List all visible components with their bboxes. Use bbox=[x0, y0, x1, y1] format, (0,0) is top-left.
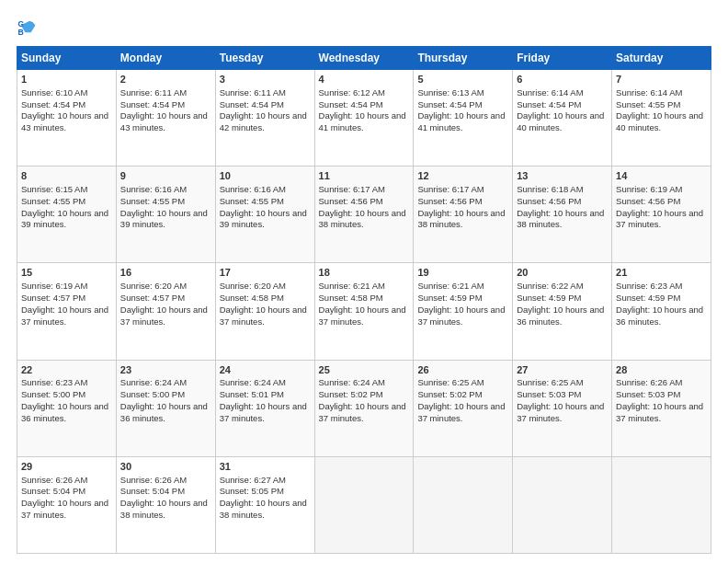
day-info: Sunrise: 6:21 AMSunset: 4:58 PMDaylight:… bbox=[319, 281, 406, 326]
calendar-cell: 10Sunrise: 6:16 AMSunset: 4:55 PMDayligh… bbox=[215, 167, 314, 263]
day-number: 3 bbox=[220, 73, 311, 86]
calendar-week-row: 29Sunrise: 6:26 AMSunset: 5:04 PMDayligh… bbox=[17, 456, 711, 553]
col-saturday: Saturday bbox=[612, 47, 711, 70]
calendar-cell: 21Sunrise: 6:23 AMSunset: 4:59 PMDayligh… bbox=[612, 263, 711, 360]
calendar-cell: 19Sunrise: 6:21 AMSunset: 4:59 PMDayligh… bbox=[414, 263, 513, 360]
calendar-cell: 9Sunrise: 6:16 AMSunset: 4:55 PMDaylight… bbox=[116, 167, 215, 263]
calendar-cell bbox=[513, 456, 612, 553]
svg-text:B: B bbox=[18, 28, 24, 37]
header: G B bbox=[17, 17, 711, 37]
day-info: Sunrise: 6:26 AMSunset: 5:04 PMDaylight:… bbox=[120, 475, 208, 520]
day-info: Sunrise: 6:20 AMSunset: 4:58 PMDaylight:… bbox=[220, 281, 307, 326]
day-number: 9 bbox=[120, 169, 211, 183]
day-number: 21 bbox=[616, 266, 707, 280]
day-info: Sunrise: 6:13 AMSunset: 4:54 PMDaylight:… bbox=[417, 87, 505, 132]
day-number: 7 bbox=[616, 73, 707, 86]
calendar-cell: 1Sunrise: 6:10 AMSunset: 4:54 PMDaylight… bbox=[17, 70, 117, 167]
calendar-cell bbox=[612, 456, 711, 553]
calendar-cell: 12Sunrise: 6:17 AMSunset: 4:56 PMDayligh… bbox=[414, 167, 513, 263]
calendar-cell: 13Sunrise: 6:18 AMSunset: 4:56 PMDayligh… bbox=[513, 167, 612, 263]
day-number: 14 bbox=[616, 169, 707, 183]
calendar-cell bbox=[414, 456, 513, 553]
day-info: Sunrise: 6:22 AMSunset: 4:59 PMDaylight:… bbox=[517, 281, 604, 326]
calendar-cell: 6Sunrise: 6:14 AMSunset: 4:54 PMDaylight… bbox=[513, 70, 612, 167]
day-number: 2 bbox=[120, 73, 211, 86]
day-info: Sunrise: 6:23 AMSunset: 5:00 PMDaylight:… bbox=[21, 377, 108, 422]
calendar-cell: 18Sunrise: 6:21 AMSunset: 4:58 PMDayligh… bbox=[314, 263, 414, 360]
day-info: Sunrise: 6:26 AMSunset: 5:03 PMDaylight:… bbox=[616, 377, 703, 422]
calendar-cell: 2Sunrise: 6:11 AMSunset: 4:54 PMDaylight… bbox=[116, 70, 215, 167]
calendar-week-row: 8Sunrise: 6:15 AMSunset: 4:55 PMDaylight… bbox=[17, 167, 711, 263]
day-number: 19 bbox=[417, 266, 508, 280]
calendar-cell: 24Sunrise: 6:24 AMSunset: 5:01 PMDayligh… bbox=[215, 360, 314, 456]
logo-icon: G B bbox=[17, 17, 37, 37]
calendar-cell: 17Sunrise: 6:20 AMSunset: 4:58 PMDayligh… bbox=[215, 263, 314, 360]
calendar-cell: 25Sunrise: 6:24 AMSunset: 5:02 PMDayligh… bbox=[314, 360, 414, 456]
calendar-cell: 15Sunrise: 6:19 AMSunset: 4:57 PMDayligh… bbox=[17, 263, 117, 360]
day-number: 18 bbox=[319, 266, 410, 280]
day-number: 11 bbox=[319, 169, 410, 183]
day-info: Sunrise: 6:11 AMSunset: 4:54 PMDaylight:… bbox=[220, 87, 307, 132]
calendar-cell: 31Sunrise: 6:27 AMSunset: 5:05 PMDayligh… bbox=[215, 456, 314, 553]
day-number: 25 bbox=[319, 363, 410, 377]
calendar-cell: 11Sunrise: 6:17 AMSunset: 4:56 PMDayligh… bbox=[314, 167, 414, 263]
col-thursday: Thursday bbox=[414, 47, 513, 70]
day-number: 20 bbox=[517, 266, 608, 280]
day-info: Sunrise: 6:11 AMSunset: 4:54 PMDaylight:… bbox=[120, 87, 208, 132]
day-info: Sunrise: 6:12 AMSunset: 4:54 PMDaylight:… bbox=[319, 87, 406, 132]
day-info: Sunrise: 6:24 AMSunset: 5:02 PMDaylight:… bbox=[319, 377, 406, 422]
day-info: Sunrise: 6:21 AMSunset: 4:59 PMDaylight:… bbox=[417, 281, 505, 326]
page: G B Sunday Monday Tuesday Wednesday Thur… bbox=[0, 0, 728, 563]
calendar-table: Sunday Monday Tuesday Wednesday Thursday… bbox=[17, 46, 711, 554]
col-monday: Monday bbox=[116, 47, 215, 70]
day-info: Sunrise: 6:19 AMSunset: 4:56 PMDaylight:… bbox=[616, 184, 703, 229]
col-sunday: Sunday bbox=[17, 47, 117, 70]
day-number: 15 bbox=[21, 266, 112, 280]
day-number: 10 bbox=[220, 169, 311, 183]
day-info: Sunrise: 6:14 AMSunset: 4:55 PMDaylight:… bbox=[616, 87, 703, 132]
calendar-cell: 4Sunrise: 6:12 AMSunset: 4:54 PMDaylight… bbox=[314, 70, 414, 167]
day-info: Sunrise: 6:15 AMSunset: 4:55 PMDaylight:… bbox=[21, 184, 108, 229]
day-info: Sunrise: 6:26 AMSunset: 5:04 PMDaylight:… bbox=[21, 475, 108, 520]
day-number: 26 bbox=[417, 363, 508, 377]
day-info: Sunrise: 6:17 AMSunset: 4:56 PMDaylight:… bbox=[417, 184, 505, 229]
calendar-cell: 28Sunrise: 6:26 AMSunset: 5:03 PMDayligh… bbox=[612, 360, 711, 456]
day-number: 30 bbox=[120, 460, 211, 474]
day-number: 6 bbox=[517, 73, 608, 86]
day-number: 29 bbox=[21, 460, 112, 474]
calendar-cell: 20Sunrise: 6:22 AMSunset: 4:59 PMDayligh… bbox=[513, 263, 612, 360]
day-info: Sunrise: 6:17 AMSunset: 4:56 PMDaylight:… bbox=[319, 184, 406, 229]
col-friday: Friday bbox=[513, 47, 612, 70]
day-info: Sunrise: 6:16 AMSunset: 4:55 PMDaylight:… bbox=[120, 184, 208, 229]
col-wednesday: Wednesday bbox=[314, 47, 414, 70]
day-number: 5 bbox=[417, 73, 508, 86]
day-info: Sunrise: 6:19 AMSunset: 4:57 PMDaylight:… bbox=[21, 281, 108, 326]
calendar-header-row: Sunday Monday Tuesday Wednesday Thursday… bbox=[17, 47, 711, 70]
day-info: Sunrise: 6:16 AMSunset: 4:55 PMDaylight:… bbox=[220, 184, 307, 229]
day-number: 31 bbox=[220, 460, 311, 474]
calendar-cell: 14Sunrise: 6:19 AMSunset: 4:56 PMDayligh… bbox=[612, 167, 711, 263]
day-info: Sunrise: 6:18 AMSunset: 4:56 PMDaylight:… bbox=[517, 184, 604, 229]
day-number: 24 bbox=[220, 363, 311, 377]
day-info: Sunrise: 6:20 AMSunset: 4:57 PMDaylight:… bbox=[120, 281, 208, 326]
calendar-week-row: 15Sunrise: 6:19 AMSunset: 4:57 PMDayligh… bbox=[17, 263, 711, 360]
day-number: 1 bbox=[21, 73, 112, 86]
day-number: 12 bbox=[417, 169, 508, 183]
day-number: 17 bbox=[220, 266, 311, 280]
calendar-cell: 3Sunrise: 6:11 AMSunset: 4:54 PMDaylight… bbox=[215, 70, 314, 167]
calendar-cell: 22Sunrise: 6:23 AMSunset: 5:00 PMDayligh… bbox=[17, 360, 117, 456]
calendar-cell bbox=[314, 456, 414, 553]
calendar-cell: 8Sunrise: 6:15 AMSunset: 4:55 PMDaylight… bbox=[17, 167, 117, 263]
day-info: Sunrise: 6:10 AMSunset: 4:54 PMDaylight:… bbox=[21, 87, 108, 132]
day-number: 16 bbox=[120, 266, 211, 280]
day-info: Sunrise: 6:24 AMSunset: 5:01 PMDaylight:… bbox=[220, 377, 307, 422]
calendar-cell: 27Sunrise: 6:25 AMSunset: 5:03 PMDayligh… bbox=[513, 360, 612, 456]
day-info: Sunrise: 6:27 AMSunset: 5:05 PMDaylight:… bbox=[220, 475, 307, 520]
logo: G B bbox=[17, 17, 40, 37]
day-number: 23 bbox=[120, 363, 211, 377]
day-info: Sunrise: 6:24 AMSunset: 5:00 PMDaylight:… bbox=[120, 377, 208, 422]
col-tuesday: Tuesday bbox=[215, 47, 314, 70]
calendar-cell: 23Sunrise: 6:24 AMSunset: 5:00 PMDayligh… bbox=[116, 360, 215, 456]
calendar-cell: 26Sunrise: 6:25 AMSunset: 5:02 PMDayligh… bbox=[414, 360, 513, 456]
day-info: Sunrise: 6:14 AMSunset: 4:54 PMDaylight:… bbox=[517, 87, 604, 132]
